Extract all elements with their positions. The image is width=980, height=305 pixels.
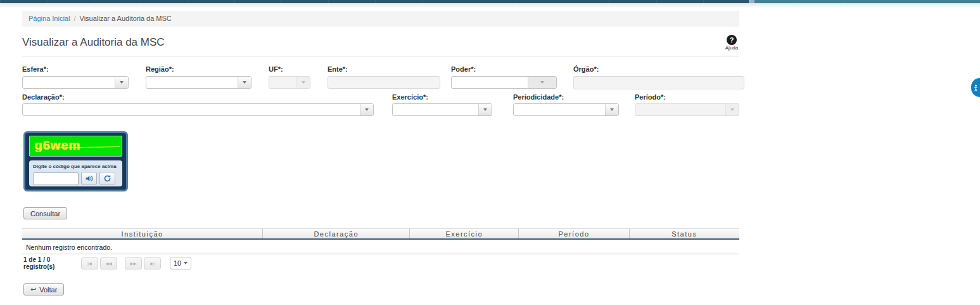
main-content: Página Inicial/Visualizar a Auditoria da…	[22, 0, 739, 305]
consultar-button[interactable]: Consultar	[23, 207, 67, 219]
accessibility-hand-icon	[973, 84, 979, 91]
column-header-declaracao: Declaração	[262, 229, 409, 238]
esfera-select[interactable]	[22, 76, 129, 89]
poder-combobox	[451, 76, 557, 89]
periodo-label: Período*:	[635, 93, 666, 101]
column-header-exercicio: Exercício	[409, 229, 518, 238]
empty-results-message: Nenhum registro encontrado.	[22, 241, 739, 254]
captcha-refresh-button[interactable]	[99, 172, 115, 185]
column-header-status: Status	[629, 229, 739, 238]
column-header-instituicao: Instituição	[22, 229, 262, 238]
captcha-panel: Digite o código que aparece acima	[29, 160, 122, 186]
chevron-down-icon	[184, 262, 188, 264]
periodo-select	[635, 103, 739, 116]
orgao-label: Órgão*:	[573, 65, 599, 73]
captcha-audio-button[interactable]	[81, 172, 97, 185]
title-divider	[22, 56, 739, 56]
help-label: Ajuda	[718, 45, 746, 51]
column-header-periodo: Período	[518, 229, 628, 238]
breadcrumb-current: Visualizar a Auditoria da MSC	[80, 15, 172, 22]
poder-label: Poder*:	[451, 65, 476, 73]
paginator-last-button[interactable]: ▶|	[144, 257, 161, 269]
paginator-summary: 1 de 1 / 0 registro(s)	[23, 256, 79, 270]
chevron-down-icon	[725, 104, 739, 115]
back-arrow-icon: ↩	[30, 285, 36, 294]
captcha-widget: g6wem Digite o código que aparece acima	[23, 131, 128, 191]
ente-input	[328, 76, 440, 89]
voltar-button[interactable]: ↩ Voltar	[23, 283, 64, 295]
page-size-select[interactable]: 10	[170, 257, 191, 269]
exercicio-select[interactable]	[392, 103, 492, 116]
chevron-down-icon	[528, 77, 556, 88]
chevron-down-icon[interactable]	[478, 104, 492, 115]
paginator-first-button[interactable]: |◀	[81, 257, 98, 269]
declaracao-select[interactable]	[22, 103, 374, 116]
breadcrumb-separator: /	[73, 15, 75, 22]
periodicidade-label: Periodicidade*:	[513, 93, 564, 101]
chevron-down-icon[interactable]	[115, 77, 128, 88]
exercicio-label: Exercício*:	[392, 93, 428, 101]
regiao-label: Região*:	[146, 65, 174, 73]
declaracao-label: Declaração*:	[22, 93, 65, 101]
speaker-icon	[85, 174, 93, 183]
chevron-down-icon	[296, 77, 310, 88]
captcha-code-text: g6wem	[34, 138, 80, 153]
orgao-input	[573, 76, 744, 89]
captcha-instruction: Digite o código que aparece acima	[33, 164, 118, 169]
breadcrumb: Página Inicial/Visualizar a Auditoria da…	[22, 11, 739, 27]
voltar-label: Voltar	[39, 286, 57, 294]
chevron-down-icon[interactable]	[238, 77, 251, 88]
captcha-input[interactable]	[33, 172, 79, 185]
page-title: Visualizar a Auditoria da MSC	[22, 36, 165, 49]
paginator-next-button[interactable]: ▶▶	[125, 257, 142, 269]
uf-select	[269, 76, 310, 89]
accessibility-tab[interactable]	[971, 78, 980, 97]
paginator: 1 de 1 / 0 registro(s) |◀ ◀◀ ▶▶ ▶| 10	[23, 256, 191, 270]
ente-label: Ente*:	[328, 65, 348, 73]
uf-label: UF*:	[269, 65, 283, 73]
captcha-image: g6wem	[29, 136, 122, 157]
regiao-select[interactable]	[146, 76, 251, 89]
chevron-down-icon[interactable]	[605, 104, 618, 115]
chevron-down-icon[interactable]	[360, 104, 373, 115]
question-mark-icon[interactable]: ?	[727, 35, 737, 45]
esfera-label: Esfera*:	[22, 65, 49, 73]
paginator-prev-button[interactable]: ◀◀	[100, 257, 117, 269]
refresh-icon	[103, 174, 111, 183]
periodicidade-select[interactable]	[513, 103, 619, 116]
breadcrumb-home-link[interactable]: Página Inicial	[29, 15, 70, 22]
help-button[interactable]: ? Ajuda	[718, 34, 746, 51]
results-table-header: Instituição Declaração Exercício Período…	[22, 228, 739, 240]
